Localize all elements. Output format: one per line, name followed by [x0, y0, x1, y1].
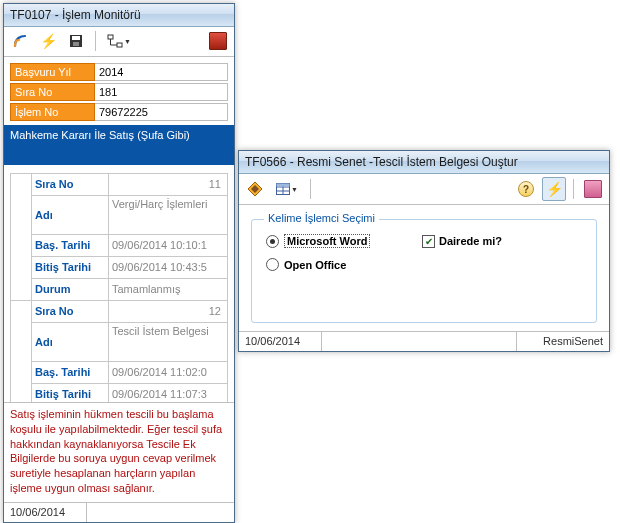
field-value: 09/06/2014 11:07:3 [109, 383, 228, 402]
svg-rect-4 [117, 43, 122, 47]
radio-word-label: Microsoft Word [284, 234, 370, 248]
svg-rect-1 [72, 36, 80, 40]
check-icon: ✔ [422, 235, 435, 248]
field-label: Adı [32, 322, 109, 361]
resmi-senet-window: TF0566 - Resmi Senet -Tescil İstem Belge… [238, 150, 610, 352]
table-icon[interactable]: ▼ [271, 177, 303, 201]
notes-text: Satış işleminin hükmen tescili bu başlam… [4, 402, 234, 502]
svg-rect-3 [108, 35, 113, 39]
sira-no-label: Sıra No [10, 83, 95, 101]
field-value: Vergi/Harç İşlemleri [109, 195, 228, 234]
table-row[interactable]: Bitiş Tarihi 09/06/2014 10:43:5 [11, 256, 228, 278]
islem-no-label: İşlem No [10, 103, 95, 121]
status-empty [87, 503, 234, 522]
svg-rect-2 [73, 42, 79, 46]
stop-icon-2[interactable] [581, 177, 605, 201]
group-legend: Kelime İşlemci Seçimi [264, 212, 379, 224]
status-mid [322, 332, 517, 351]
status-date: 10/06/2014 [4, 503, 87, 522]
radio-oo-label: Open Office [284, 259, 346, 271]
save-icon[interactable] [64, 29, 88, 53]
diamond-icon[interactable] [243, 177, 267, 201]
field-label: Sıra No [32, 300, 109, 322]
radio-word[interactable]: Microsoft Word [266, 234, 416, 248]
table-row[interactable]: Baş. Tarihi 09/06/2014 10:10:1 [11, 234, 228, 256]
run-bolt-icon[interactable]: ⚡ [542, 177, 566, 201]
islem-no-value[interactable]: 79672225 [95, 103, 228, 121]
table-row[interactable]: Adı Vergi/Harç İşlemleri [11, 195, 228, 234]
win2-statusbar: 10/06/2014 ResmiSenet [239, 331, 609, 351]
word-processor-group: Kelime İşlemci Seçimi Microsoft Word ✔ D… [251, 219, 597, 323]
help-icon[interactable]: ? [514, 177, 538, 201]
sira-no-value[interactable]: 181 [95, 83, 228, 101]
field-label: Sıra No [32, 173, 109, 195]
field-label: Durum [32, 278, 109, 300]
details-area: Sıra No 11 Adı Vergi/Harç İşlemleri Baş.… [4, 169, 234, 402]
status-date: 10/06/2014 [239, 332, 322, 351]
field-value: 09/06/2014 11:02:0 [109, 361, 228, 383]
basvuru-yil-label: Başvuru Yıl [10, 63, 95, 81]
table-row[interactable]: Sıra No 11 [11, 173, 228, 195]
field-label: Bitiş Tarihi [32, 383, 109, 402]
bolt-icon[interactable]: ⚡ [36, 29, 60, 53]
table-row[interactable]: Bitiş Tarihi 09/06/2014 11:07:3 [11, 383, 228, 402]
field-value: 09/06/2014 10:10:1 [109, 234, 228, 256]
table-row[interactable]: Durum Tamamlanmış [11, 278, 228, 300]
field-value: 09/06/2014 10:43:5 [109, 256, 228, 278]
radio-dot-icon [266, 258, 279, 271]
checkbox-dairede[interactable]: ✔ Dairede mi? [422, 235, 502, 248]
field-value: 12 [109, 300, 228, 322]
stop-icon[interactable] [206, 29, 230, 53]
app-logo-icon[interactable] [8, 29, 32, 53]
status-type: ResmiSenet [517, 332, 609, 351]
win2-body: Kelime İşlemci Seçimi Microsoft Word ✔ D… [239, 205, 609, 331]
field-value: 11 [109, 173, 228, 195]
table-row[interactable]: Baş. Tarihi 09/06/2014 11:02:0 [11, 361, 228, 383]
table-row[interactable]: Sıra No 12 [11, 300, 228, 322]
field-label: Baş. Tarihi [32, 234, 109, 256]
win1-titlebar[interactable]: TF0107 - İşlem Monitörü [4, 4, 234, 27]
win2-title: TF0566 - Resmi Senet -Tescil İstem Belge… [245, 151, 518, 173]
field-label: Bitiş Tarihi [32, 256, 109, 278]
win2-toolbar: ▼ ? ⚡ [239, 174, 609, 205]
win2-titlebar[interactable]: TF0566 - Resmi Senet -Tescil İstem Belge… [239, 151, 609, 174]
win1-toolbar: ⚡ ▼ [4, 27, 234, 57]
hierarchy-icon[interactable]: ▼ [103, 29, 135, 53]
win1-title: TF0107 - İşlem Monitörü [10, 4, 141, 26]
field-label: Adı [32, 195, 109, 234]
svg-rect-11 [277, 184, 290, 187]
header-form: Başvuru Yıl 2014 Sıra No 181 İşlem No 79… [4, 57, 234, 169]
radio-openoffice[interactable]: Open Office [266, 258, 346, 271]
islem-monitoru-window: TF0107 - İşlem Monitörü ⚡ ▼ Başvuru Yıl … [3, 3, 235, 523]
details-table: Sıra No 11 Adı Vergi/Harç İşlemleri Baş.… [10, 173, 228, 402]
win1-statusbar: 10/06/2014 [4, 502, 234, 522]
islem-type-bar: Mahkeme Kararı İle Satış (Şufa Gibi) [4, 125, 234, 165]
table-row[interactable]: Adı Tescil İstem Belgesi [11, 322, 228, 361]
radio-dot-icon [266, 235, 279, 248]
basvuru-yil-value[interactable]: 2014 [95, 63, 228, 81]
field-value: Tamamlanmış [109, 278, 228, 300]
checkbox-dairede-label: Dairede mi? [439, 235, 502, 247]
field-value: Tescil İstem Belgesi [109, 322, 228, 361]
field-label: Baş. Tarihi [32, 361, 109, 383]
